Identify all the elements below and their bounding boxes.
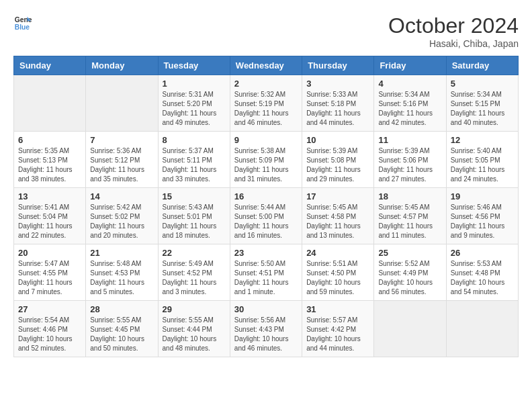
day-number: 12 (451, 135, 514, 145)
day-number: 22 (163, 248, 226, 258)
day-number: 13 (18, 191, 81, 201)
day-info: Sunrise: 5:53 AM Sunset: 4:48 PM Dayligh… (451, 259, 514, 297)
day-info: Sunrise: 5:45 AM Sunset: 4:58 PM Dayligh… (306, 203, 369, 240)
table-cell: 3Sunrise: 5:33 AM Sunset: 5:18 PM Daylig… (302, 75, 374, 132)
table-cell: 11Sunrise: 5:39 AM Sunset: 5:06 PM Dayli… (374, 132, 446, 188)
table-cell: 17Sunrise: 5:45 AM Sunset: 4:58 PM Dayli… (302, 188, 374, 244)
table-cell: 2Sunrise: 5:32 AM Sunset: 5:19 PM Daylig… (230, 75, 302, 132)
day-info: Sunrise: 5:50 AM Sunset: 4:51 PM Dayligh… (234, 259, 298, 297)
day-info: Sunrise: 5:31 AM Sunset: 5:20 PM Dayligh… (163, 90, 226, 128)
table-cell: 18Sunrise: 5:45 AM Sunset: 4:57 PM Dayli… (374, 188, 446, 244)
day-info: Sunrise: 5:57 AM Sunset: 4:42 PM Dayligh… (306, 316, 369, 353)
day-number: 21 (90, 248, 153, 258)
day-info: Sunrise: 5:48 AM Sunset: 4:53 PM Dayligh… (90, 259, 153, 297)
day-info: Sunrise: 5:40 AM Sunset: 5:05 PM Dayligh… (451, 146, 514, 184)
day-info: Sunrise: 5:34 AM Sunset: 5:16 PM Dayligh… (378, 90, 441, 128)
day-number: 29 (163, 304, 226, 314)
svg-text:Blue: Blue (15, 24, 30, 31)
table-cell: 27Sunrise: 5:54 AM Sunset: 4:46 PM Dayli… (14, 301, 86, 357)
table-cell: 4Sunrise: 5:34 AM Sunset: 5:16 PM Daylig… (374, 75, 446, 132)
day-info: Sunrise: 5:42 AM Sunset: 5:02 PM Dayligh… (90, 203, 153, 240)
day-number: 26 (451, 248, 514, 258)
page-header: General Blue October 2024 Hasaki, Chiba,… (13, 13, 519, 49)
day-info: Sunrise: 5:33 AM Sunset: 5:18 PM Dayligh… (306, 90, 369, 128)
day-info: Sunrise: 5:41 AM Sunset: 5:04 PM Dayligh… (18, 203, 81, 240)
weekday-header-sunday: Sunday (14, 56, 86, 75)
day-number: 18 (378, 191, 441, 201)
day-number: 23 (234, 248, 298, 258)
logo: General Blue (13, 13, 32, 32)
day-number: 9 (234, 135, 298, 145)
table-cell: 8Sunrise: 5:37 AM Sunset: 5:11 PM Daylig… (158, 132, 230, 188)
day-number: 25 (378, 248, 441, 258)
calendar-table: SundayMondayTuesdayWednesdayThursdayFrid… (13, 56, 519, 357)
day-number: 20 (18, 248, 81, 258)
week-row-2: 6Sunrise: 5:35 AM Sunset: 5:13 PM Daylig… (14, 132, 519, 188)
day-info: Sunrise: 5:55 AM Sunset: 4:45 PM Dayligh… (90, 316, 153, 353)
weekday-header-thursday: Thursday (302, 56, 374, 75)
table-cell: 22Sunrise: 5:49 AM Sunset: 4:52 PM Dayli… (158, 244, 230, 301)
day-number: 16 (234, 191, 298, 201)
week-row-5: 27Sunrise: 5:54 AM Sunset: 4:46 PM Dayli… (14, 301, 519, 357)
table-cell: 31Sunrise: 5:57 AM Sunset: 4:42 PM Dayli… (302, 301, 374, 357)
day-number: 3 (306, 79, 369, 89)
day-number: 1 (163, 79, 226, 89)
table-cell: 24Sunrise: 5:51 AM Sunset: 4:50 PM Dayli… (302, 244, 374, 301)
day-number: 8 (163, 135, 226, 145)
table-cell: 25Sunrise: 5:52 AM Sunset: 4:49 PM Dayli… (374, 244, 446, 301)
weekday-header-tuesday: Tuesday (158, 56, 230, 75)
day-info: Sunrise: 5:47 AM Sunset: 4:55 PM Dayligh… (18, 259, 81, 297)
day-number: 27 (18, 304, 81, 314)
table-cell: 16Sunrise: 5:44 AM Sunset: 5:00 PM Dayli… (230, 188, 302, 244)
day-number: 30 (234, 304, 298, 314)
week-row-3: 13Sunrise: 5:41 AM Sunset: 5:04 PM Dayli… (14, 188, 519, 244)
day-info: Sunrise: 5:44 AM Sunset: 5:00 PM Dayligh… (234, 203, 298, 240)
table-cell: 21Sunrise: 5:48 AM Sunset: 4:53 PM Dayli… (86, 244, 158, 301)
day-info: Sunrise: 5:32 AM Sunset: 5:19 PM Dayligh… (234, 90, 298, 128)
weekday-header-saturday: Saturday (446, 56, 518, 75)
day-info: Sunrise: 5:36 AM Sunset: 5:12 PM Dayligh… (90, 146, 153, 184)
week-row-1: 1Sunrise: 5:31 AM Sunset: 5:20 PM Daylig… (14, 75, 519, 132)
table-cell: 7Sunrise: 5:36 AM Sunset: 5:12 PM Daylig… (86, 132, 158, 188)
table-cell: 13Sunrise: 5:41 AM Sunset: 5:04 PM Dayli… (14, 188, 86, 244)
day-info: Sunrise: 5:46 AM Sunset: 4:56 PM Dayligh… (451, 203, 514, 240)
table-cell: 9Sunrise: 5:38 AM Sunset: 5:09 PM Daylig… (230, 132, 302, 188)
day-info: Sunrise: 5:39 AM Sunset: 5:06 PM Dayligh… (378, 146, 441, 184)
month-title: October 2024 (388, 13, 519, 38)
table-cell: 20Sunrise: 5:47 AM Sunset: 4:55 PM Dayli… (14, 244, 86, 301)
day-number: 5 (451, 79, 514, 89)
day-info: Sunrise: 5:34 AM Sunset: 5:15 PM Dayligh… (451, 90, 514, 128)
day-number: 4 (378, 79, 441, 89)
day-info: Sunrise: 5:49 AM Sunset: 4:52 PM Dayligh… (163, 259, 226, 297)
title-block: October 2024 Hasaki, Chiba, Japan (388, 13, 519, 49)
weekday-header-wednesday: Wednesday (230, 56, 302, 75)
day-info: Sunrise: 5:56 AM Sunset: 4:43 PM Dayligh… (234, 316, 298, 353)
day-number: 11 (378, 135, 441, 145)
location-subtitle: Hasaki, Chiba, Japan (388, 38, 519, 49)
table-cell: 1Sunrise: 5:31 AM Sunset: 5:20 PM Daylig… (158, 75, 230, 132)
table-cell: 26Sunrise: 5:53 AM Sunset: 4:48 PM Dayli… (446, 244, 518, 301)
table-cell: 29Sunrise: 5:55 AM Sunset: 4:44 PM Dayli… (158, 301, 230, 357)
day-number: 7 (90, 135, 153, 145)
day-number: 24 (306, 248, 369, 258)
day-number: 14 (90, 191, 153, 201)
day-number: 17 (306, 191, 369, 201)
day-number: 28 (90, 304, 153, 314)
table-cell: 23Sunrise: 5:50 AM Sunset: 4:51 PM Dayli… (230, 244, 302, 301)
day-info: Sunrise: 5:35 AM Sunset: 5:13 PM Dayligh… (18, 146, 81, 184)
day-info: Sunrise: 5:43 AM Sunset: 5:01 PM Dayligh… (163, 203, 226, 240)
day-info: Sunrise: 5:38 AM Sunset: 5:09 PM Dayligh… (234, 146, 298, 184)
day-number: 31 (306, 304, 369, 314)
day-number: 2 (234, 79, 298, 89)
day-number: 10 (306, 135, 369, 145)
table-cell: 19Sunrise: 5:46 AM Sunset: 4:56 PM Dayli… (446, 188, 518, 244)
day-info: Sunrise: 5:39 AM Sunset: 5:08 PM Dayligh… (306, 146, 369, 184)
day-info: Sunrise: 5:52 AM Sunset: 4:49 PM Dayligh… (378, 259, 441, 297)
table-cell (14, 75, 86, 132)
logo-icon: General Blue (13, 13, 32, 32)
day-info: Sunrise: 5:55 AM Sunset: 4:44 PM Dayligh… (163, 316, 226, 353)
day-info: Sunrise: 5:45 AM Sunset: 4:57 PM Dayligh… (378, 203, 441, 240)
weekday-header-friday: Friday (374, 56, 446, 75)
day-info: Sunrise: 5:51 AM Sunset: 4:50 PM Dayligh… (306, 259, 369, 297)
table-cell: 14Sunrise: 5:42 AM Sunset: 5:02 PM Dayli… (86, 188, 158, 244)
